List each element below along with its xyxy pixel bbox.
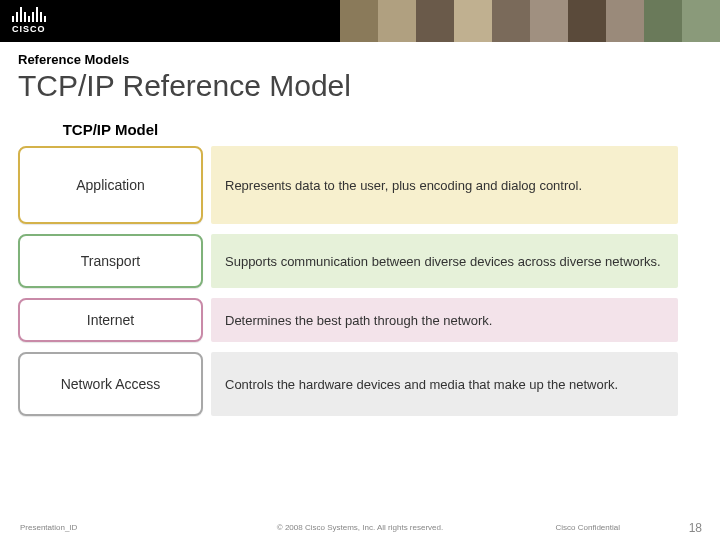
layer-row-transport: Transport Supports communication between… xyxy=(18,234,678,288)
layer-row-internet: Internet Determines the best path throug… xyxy=(18,298,678,342)
slide-footer: Presentation_ID © 2008 Cisco Systems, In… xyxy=(0,523,720,532)
layer-desc-transport: Supports communication between diverse d… xyxy=(211,234,678,288)
layer-box-application: Application xyxy=(18,146,203,224)
cisco-logo-text: CISCO xyxy=(12,24,46,34)
layer-row-network-access: Network Access Controls the hardware dev… xyxy=(18,352,678,416)
model-header-row: TCP/IP Model xyxy=(18,121,678,146)
cisco-logo: CISCO xyxy=(12,4,46,34)
layer-box-internet: Internet xyxy=(18,298,203,342)
layer-desc-internet: Determines the best path through the net… xyxy=(211,298,678,342)
slide-eyebrow: Reference Models xyxy=(18,52,702,67)
layer-box-transport: Transport xyxy=(18,234,203,288)
header-band: CISCO xyxy=(0,0,720,42)
tcpip-model-diagram: TCP/IP Model Application Represents data… xyxy=(18,121,678,416)
slide-content: Reference Models TCP/IP Reference Model … xyxy=(0,42,720,416)
slide-title: TCP/IP Reference Model xyxy=(18,69,702,103)
layer-desc-network-access: Controls the hardware devices and media … xyxy=(211,352,678,416)
decorative-people-strip xyxy=(340,0,720,42)
footer-confidential: Cisco Confidential xyxy=(556,523,620,532)
layer-row-application: Application Represents data to the user,… xyxy=(18,146,678,224)
footer-page-number: 18 xyxy=(689,521,702,535)
model-heading: TCP/IP Model xyxy=(18,121,203,146)
cisco-logo-bars xyxy=(12,4,46,22)
layer-box-network-access: Network Access xyxy=(18,352,203,416)
layer-desc-application: Represents data to the user, plus encodi… xyxy=(211,146,678,224)
